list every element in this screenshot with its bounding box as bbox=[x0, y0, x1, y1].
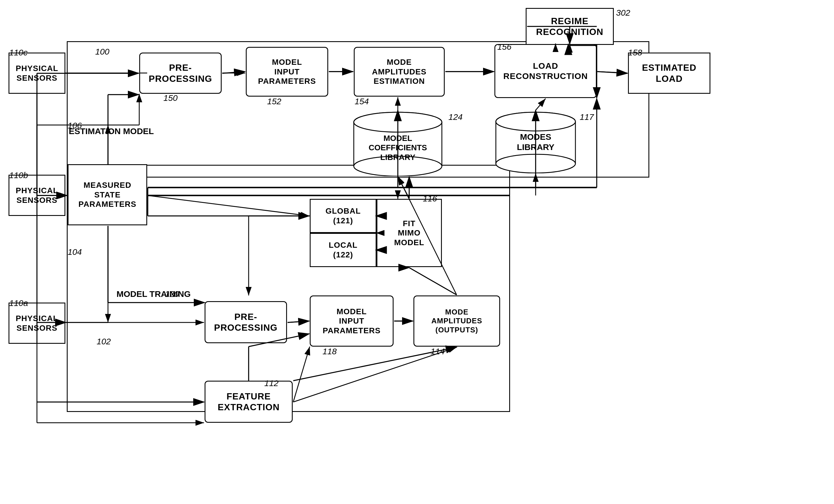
label-112: 112 bbox=[264, 378, 279, 388]
label-152: 152 bbox=[267, 96, 281, 106]
label-116: 116 bbox=[423, 194, 437, 203]
label-model-training: MODEL TRAINING bbox=[116, 289, 191, 299]
label-100: 100 bbox=[95, 47, 109, 57]
label-302: 302 bbox=[616, 8, 630, 18]
physical-sensors-b-box: PHYSICALSENSORS bbox=[8, 175, 65, 216]
label-156: 156 bbox=[497, 42, 511, 52]
physical-sensors-c-box: PHYSICAL SENSORS bbox=[8, 52, 65, 94]
model-input-params-bottom-box: MODELINPUTPARAMETERS bbox=[310, 295, 394, 347]
label-102: 102 bbox=[96, 337, 111, 346]
preprocessing-top-box: PRE-PROCESSING bbox=[139, 52, 222, 94]
label-117: 117 bbox=[580, 112, 594, 122]
label-158: 158 bbox=[628, 48, 642, 58]
global-box: GLOBAL(121) bbox=[310, 199, 376, 233]
local-box: LOCAL(122) bbox=[310, 233, 376, 267]
label-110a: 110a bbox=[9, 298, 28, 308]
svg-point-5 bbox=[354, 112, 442, 132]
model-coefficients-library-cylinder: MODELCOEFFICIENTSLIBRARY bbox=[352, 111, 443, 176]
physical-sensors-a-box: PHYSICALSENSORS bbox=[8, 303, 65, 344]
label-118: 118 bbox=[323, 347, 337, 356]
load-reconstruction-box: LOADRECONSTRUCTION bbox=[495, 44, 597, 98]
label-124: 124 bbox=[448, 112, 463, 122]
label-150: 150 bbox=[163, 93, 178, 103]
feature-extraction-box: FEATUREEXTRACTION bbox=[204, 381, 293, 423]
model-input-params-top-box: MODELINPUTPARAMETERS bbox=[246, 47, 328, 96]
fit-mimo-model-box: FITMIMOMODEL bbox=[376, 199, 442, 267]
diagram: PHYSICAL SENSORS PHYSICALSENSORS PHYSICA… bbox=[0, 0, 834, 504]
label-110c: 110c bbox=[9, 48, 27, 58]
label-estimation-model: ESTIMATION MODEL bbox=[69, 127, 154, 136]
estimated-load-box: ESTIMATEDLOAD bbox=[628, 52, 710, 94]
label-110b: 110b bbox=[9, 171, 28, 180]
mode-amplitudes-outputs-box: MODEAMPLITUDES(OUTPUTS) bbox=[414, 295, 500, 347]
label-104: 104 bbox=[68, 247, 82, 257]
mode-amplitudes-estimation-box: MODEAMPLITUDESESTIMATION bbox=[354, 47, 445, 96]
modes-library-cylinder: MODESLIBRARY bbox=[495, 111, 577, 173]
svg-point-10 bbox=[496, 154, 575, 173]
preprocessing-bottom-box: PRE-PROCESSING bbox=[204, 301, 287, 343]
label-114: 114 bbox=[431, 347, 445, 356]
measured-state-params-box: MEASUREDSTATEPARAMETERS bbox=[68, 164, 147, 225]
svg-point-11 bbox=[496, 112, 575, 131]
regime-recognition-box: REGIMERECOGNITION bbox=[526, 8, 614, 45]
label-154: 154 bbox=[355, 96, 369, 106]
